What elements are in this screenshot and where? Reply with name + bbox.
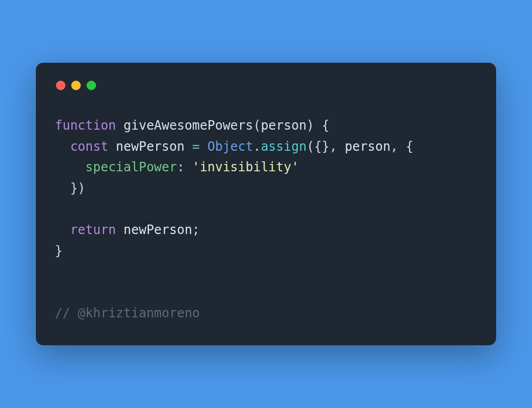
code-token: function	[55, 118, 116, 133]
code-token: =	[192, 139, 200, 154]
window-maximize-button[interactable]	[87, 81, 96, 90]
code-token: {	[322, 118, 329, 133]
code-line: }	[55, 241, 477, 262]
code-token: const	[70, 139, 108, 154]
code-token: specialPower	[86, 160, 177, 174]
code-token: ;	[192, 222, 200, 237]
code-token: // @khriztianmoreno	[55, 306, 200, 320]
code-token: (	[307, 139, 314, 154]
code-token	[185, 139, 192, 154]
code-token: newPerson	[124, 222, 192, 237]
code-token	[116, 118, 124, 133]
code-token: }	[55, 244, 62, 258]
window-minimize-button[interactable]	[71, 81, 81, 90]
code-token: )	[307, 118, 314, 133]
code-token: )	[78, 181, 85, 196]
code-token: giveAwesomePowers	[124, 118, 253, 133]
code-token: assign	[261, 139, 307, 154]
code-block: function giveAwesomePowers(person) { con…	[55, 115, 477, 324]
code-token: person	[261, 118, 307, 133]
code-token: Object	[207, 139, 253, 154]
code-line: // @khriztianmoreno	[55, 303, 477, 324]
code-token: newPerson	[116, 139, 185, 154]
code-line: const newPerson = Object.assign({}, pers…	[55, 137, 477, 158]
code-token: return	[70, 222, 116, 237]
code-token: {}	[314, 139, 329, 154]
code-token	[55, 264, 62, 279]
code-line: specialPower: 'invisibility'	[55, 157, 477, 178]
code-token: ,	[391, 139, 406, 154]
code-token: 'invisibility'	[192, 160, 299, 174]
code-line: return newPerson;	[55, 220, 477, 241]
code-token: person	[345, 139, 391, 154]
code-token	[55, 285, 62, 300]
code-token: (	[253, 118, 261, 133]
code-line: function giveAwesomePowers(person) {	[55, 115, 477, 137]
code-token: }	[70, 181, 78, 196]
traffic-lights	[56, 81, 477, 90]
code-line: })	[55, 178, 477, 199]
code-line	[55, 283, 477, 304]
window-close-button[interactable]	[56, 81, 65, 90]
code-token: {	[406, 139, 413, 154]
code-token	[55, 181, 70, 196]
code-token	[108, 139, 116, 154]
code-token	[55, 160, 86, 174]
code-token	[314, 118, 321, 133]
code-token	[116, 222, 124, 237]
code-token	[55, 139, 70, 154]
code-token: ,	[329, 139, 345, 154]
code-token	[200, 139, 207, 154]
code-token: .	[253, 139, 261, 154]
code-window: function giveAwesomePowers(person) { con…	[36, 63, 496, 345]
code-token	[55, 201, 62, 216]
code-token	[55, 222, 70, 237]
code-line	[55, 199, 477, 220]
code-line	[55, 261, 477, 283]
code-token: :	[177, 160, 192, 174]
